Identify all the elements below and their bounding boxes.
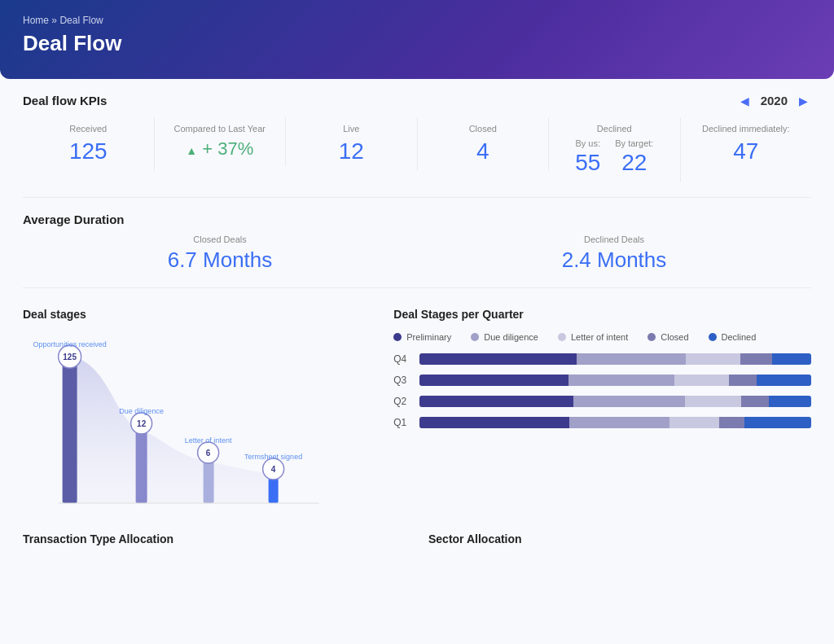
legend-label: Due diligence [484,332,538,342]
quarter-row: Q3 [393,375,811,386]
svg-text:Termsheet signed: Termsheet signed [244,453,302,461]
quarter-bar-container [419,417,811,428]
breadcrumb-sep: » [51,15,57,26]
quarter-label: Q4 [393,353,411,365]
declined-by-target-label: By target: [615,138,653,148]
bar-segment [419,375,568,386]
legend-label: Closed [661,332,688,342]
transaction-type-block: Transaction Type Allocation [23,518,406,545]
avg-duration-title: Average Duration [23,212,811,226]
avg-duration-row: Closed Deals 6.7 Months Declined Deals 2… [23,234,811,273]
avg-duration-section: Average Duration Closed Deals 6.7 Months… [23,212,811,288]
declined-by-us-value: 55 [575,150,600,176]
kpi-compared: Compared to Last Year ▲ + 37% [155,117,287,166]
legend-dot [393,333,402,341]
quarter-bars: Q4Q3Q2Q1 [393,353,811,428]
legend-label: Declined [722,332,757,342]
quarter-row: Q4 [393,353,811,365]
kpi-received-value: 125 [31,138,146,164]
bar-segment [569,417,669,428]
bar-segment [769,396,811,407]
quarter-row: Q2 [393,396,811,407]
quarter-bar-container [419,353,811,365]
stages-chart: 125 Opportunities received 12 Due dilige… [23,332,371,511]
quarter-bar-container [419,375,811,386]
declined-by-target-value: 22 [615,150,653,176]
bottom-section: Deal stages 125 Opp [23,308,811,511]
stages-svg: 125 Opportunities received 12 Due dilige… [23,348,371,511]
breadcrumb: Home » Deal Flow [23,15,811,26]
bar-segment [772,353,811,365]
page-header: Home » Deal Flow Deal Flow [0,0,834,79]
bar-segment [741,396,769,407]
declined-by-target: By target: 22 [615,138,653,176]
svg-text:Due diligence: Due diligence [119,407,164,415]
avg-declined: Declined Deals 2.4 Months [562,234,667,273]
avg-declined-label: Declined Deals [562,234,667,244]
sector-allocation-block: Sector Allocation [428,518,811,545]
bar-segment [757,375,811,386]
bar-segment [744,417,811,428]
kpi-compared-label: Compared to Last Year [163,124,278,134]
kpi-row: Received 125 Compared to Last Year ▲ + 3… [23,117,811,198]
legend-dot [709,333,717,341]
arrow-up-icon: ▲ [186,144,197,157]
declined-row: By us: 55 By target: 22 [557,138,672,176]
kpi-section-title: Deal flow KPIs [23,94,107,107]
footer-row: Transaction Type Allocation Sector Alloc… [23,518,811,545]
page-title: Deal Flow [23,31,811,56]
bar-segment [419,396,573,407]
legend-item: Due diligence [471,332,538,342]
bar-segment [685,396,741,407]
legend-label: Preliminary [406,332,451,342]
kpi-declined-immediately: Declined immediately: 47 [681,117,812,171]
quarter-label: Q1 [393,417,411,428]
avg-closed: Closed Deals 6.7 Months [168,234,273,273]
legend-dot [471,333,479,341]
kpi-live-label: Live [294,124,409,134]
svg-rect-0 [63,357,77,503]
quarter-row: Q1 [393,417,811,428]
year-nav: ◀ 2020 ▶ [737,94,811,107]
bar-segment [568,375,674,386]
kpi-declined-imm-label: Declined immediately: [689,124,804,134]
quarter-label: Q3 [393,375,411,386]
legend-label: Letter of intent [571,332,628,342]
main-content: Deal flow KPIs ◀ 2020 ▶ Received 125 Com… [0,94,834,545]
kpi-received: Received 125 [23,117,155,171]
legend-dot [647,333,656,341]
svg-text:125: 125 [63,353,77,361]
kpi-compared-value: ▲ + 37% [163,138,278,160]
breadcrumb-current: Deal Flow [59,15,103,26]
declined-by-us: By us: 55 [575,138,600,176]
avg-closed-value: 6.7 Months [168,248,273,273]
bar-segment [674,375,729,386]
year-next-button[interactable]: ▶ [796,94,811,107]
legend-item: Closed [647,332,688,342]
avg-declined-value: 2.4 Months [562,248,667,273]
deal-stages-quarter-title: Deal Stages per Quarter [393,308,811,321]
avg-closed-label: Closed Deals [168,234,273,244]
kpi-declined: Declined By us: 55 By target: 22 [549,117,681,182]
bar-segment [419,417,569,428]
legend-item: Letter of intent [558,332,628,342]
svg-text:Letter of intent: Letter of intent [185,436,232,445]
legend-dot [558,333,566,341]
svg-text:12: 12 [137,419,147,428]
legend: Preliminary Due diligence Letter of inte… [393,332,811,342]
deal-stages-title: Deal stages [23,308,371,321]
deal-stages-per-quarter-section: Deal Stages per Quarter Preliminary Due … [393,308,811,511]
quarter-label: Q2 [393,396,411,407]
kpi-live: Live 12 [286,117,418,171]
svg-text:4: 4 [271,465,276,474]
bar-segment [719,417,744,428]
quarter-bar-container [419,396,811,407]
bar-segment [419,353,576,365]
bar-segment [729,375,757,386]
legend-item: Declined [709,332,757,342]
year-prev-button[interactable]: ◀ [737,94,753,107]
svg-rect-4 [136,423,147,503]
kpi-declined-label: Declined [557,124,672,134]
breadcrumb-home[interactable]: Home [23,15,49,26]
sector-allocation-title: Sector Allocation [428,532,811,545]
